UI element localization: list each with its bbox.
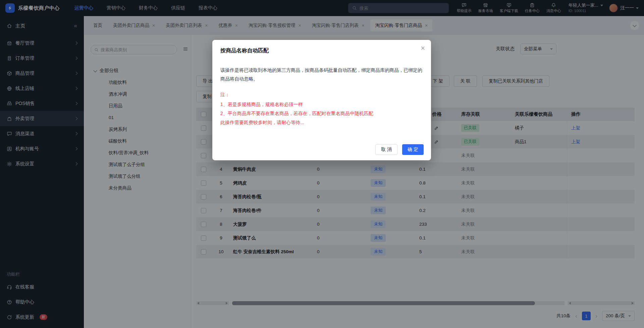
dialog-footer: 取 消 确 定 [375,144,424,155]
auto-match-dialog: 按商品名称自动匹配 × 该操作是将已读取到本地的第三方商品，按商品条码批量自动匹… [212,40,431,160]
dialog-note-line: 2、平台商品库不要存在重名商品，若存在，匹配时在重名商品中随机匹配 [220,109,423,118]
dialog-title: 按商品名称自动匹配 [220,47,423,54]
dialog-note-label: 注： [220,92,423,98]
dialog-note-line: 1、若是多规格商品，规格名称必须一样 [220,100,423,109]
cancel-button[interactable]: 取 消 [375,144,397,155]
dialog-body-text: 该操作是将已读取到本地的第三方商品，按商品条码批量自动匹配，绑定商品库的商品，已… [220,66,423,83]
dialog-notes: 1、若是多规格商品，规格名称必须一样2、平台商品库不要存在重名商品，若存在，匹配… [220,100,423,127]
dialog-note-line: 此操作需要耗费较多时间，请耐心等待... [220,118,423,127]
close-icon[interactable]: × [421,45,425,52]
confirm-button[interactable]: 确 定 [402,144,424,155]
